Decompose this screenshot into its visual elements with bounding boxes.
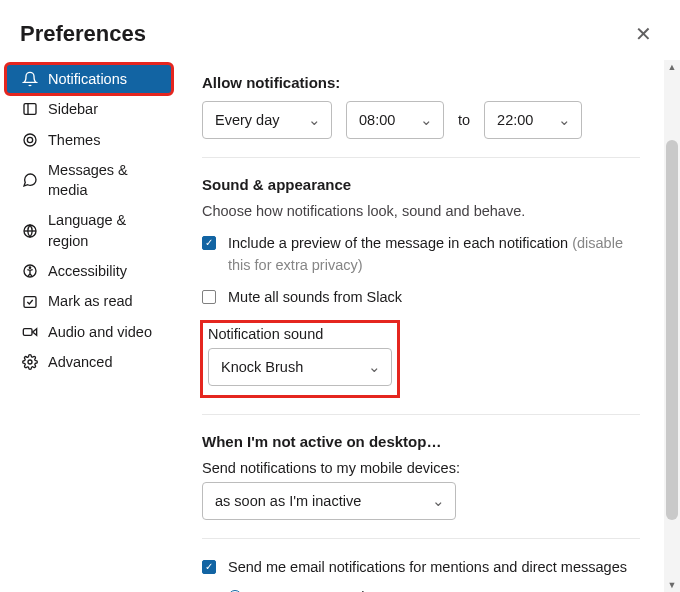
scrollbar-thumb[interactable]	[666, 140, 678, 520]
sound-desc: Choose how notifications look, sound and…	[202, 203, 640, 219]
svg-point-11	[28, 360, 32, 364]
sound-field-label: Notification sound	[208, 326, 392, 342]
svg-point-2	[24, 134, 36, 146]
scrollbar[interactable]: ▲ ▼	[664, 60, 680, 592]
start-time-value: 08:00	[359, 112, 395, 128]
chevron-down-icon: ⌄	[368, 359, 381, 375]
sidebar-item-label: Advanced	[48, 352, 113, 372]
preview-checkbox[interactable]	[202, 236, 216, 250]
chevron-down-icon: ⌄	[308, 112, 321, 128]
inactive-heading: When I'm not active on desktop…	[202, 433, 640, 450]
sidebar-item-advanced[interactable]: Advanced	[6, 347, 172, 377]
allow-label: Allow notifications:	[202, 74, 640, 91]
preview-label: Include a preview of the message in each…	[228, 233, 640, 277]
mobile-label: Send notifications to my mobile devices:	[202, 460, 640, 476]
sidebar-item-label: Language & region	[48, 210, 162, 251]
themes-icon	[22, 132, 38, 148]
sidebar-item-label: Accessibility	[48, 261, 127, 281]
start-time-select[interactable]: 08:00 ⌄	[346, 101, 444, 139]
sound-select[interactable]: Knock Brush ⌄	[208, 348, 392, 386]
sidebar-item-av[interactable]: Audio and video	[6, 317, 172, 347]
frequency-value: Every day	[215, 112, 279, 128]
svg-point-3	[27, 137, 32, 142]
message-icon	[22, 172, 38, 188]
sidebar-item-markread[interactable]: Mark as read	[6, 286, 172, 316]
main-content: Allow notifications: Every day ⌄ 08:00 ⌄…	[178, 60, 664, 592]
panel-icon	[22, 101, 38, 117]
svg-point-7	[29, 267, 30, 268]
to-label: to	[458, 112, 470, 128]
frequency-select[interactable]: Every day ⌄	[202, 101, 332, 139]
divider	[202, 538, 640, 539]
mobile-value: as soon as I'm inactive	[215, 493, 361, 509]
sidebar-item-label: Messages & media	[48, 160, 162, 201]
sidebar-item-language[interactable]: Language & region	[6, 205, 172, 256]
globe-icon	[22, 223, 38, 239]
sound-value: Knock Brush	[221, 359, 303, 375]
sidebar-item-messages[interactable]: Messages & media	[6, 155, 172, 206]
gear-icon	[22, 354, 38, 370]
sidebar-item-sidebar[interactable]: Sidebar	[6, 94, 172, 124]
mute-label: Mute all sounds from Slack	[228, 287, 402, 309]
sound-heading: Sound & appearance	[202, 176, 640, 193]
sidebar-item-label: Mark as read	[48, 291, 133, 311]
svg-marker-10	[33, 328, 37, 335]
divider	[202, 157, 640, 158]
bell-icon	[22, 71, 38, 87]
chevron-down-icon: ⌄	[420, 112, 433, 128]
chevron-down-icon: ⌄	[558, 112, 571, 128]
sidebar-item-label: Sidebar	[48, 99, 98, 119]
end-time-select[interactable]: 22:00 ⌄	[484, 101, 582, 139]
sidebar: Notifications Sidebar Themes Messages & …	[0, 60, 178, 592]
email-checkbox[interactable]	[202, 560, 216, 574]
svg-rect-9	[23, 328, 32, 335]
mobile-select[interactable]: as soon as I'm inactive ⌄	[202, 482, 456, 520]
sidebar-item-themes[interactable]: Themes	[6, 125, 172, 155]
end-time-value: 22:00	[497, 112, 533, 128]
sidebar-item-accessibility[interactable]: Accessibility	[6, 256, 172, 286]
sidebar-item-notifications[interactable]: Notifications	[6, 64, 172, 94]
video-icon	[22, 324, 38, 340]
svg-rect-8	[24, 296, 36, 307]
chevron-down-icon: ⌄	[432, 493, 445, 509]
sidebar-item-label: Themes	[48, 130, 100, 150]
svg-rect-0	[24, 104, 36, 115]
email-label: Send me email notifications for mentions…	[228, 557, 627, 579]
mute-checkbox[interactable]	[202, 290, 216, 304]
check-icon	[22, 294, 38, 310]
page-title: Preferences	[20, 21, 146, 47]
accessibility-icon	[22, 263, 38, 279]
sidebar-item-label: Notifications	[48, 69, 127, 89]
sidebar-item-label: Audio and video	[48, 322, 152, 342]
scroll-up-icon[interactable]: ▲	[664, 62, 680, 72]
notification-sound-block: Notification sound Knock Brush ⌄	[202, 322, 398, 396]
scroll-down-icon[interactable]: ▼	[664, 580, 680, 590]
close-icon[interactable]: ✕	[627, 18, 660, 50]
divider	[202, 414, 640, 415]
